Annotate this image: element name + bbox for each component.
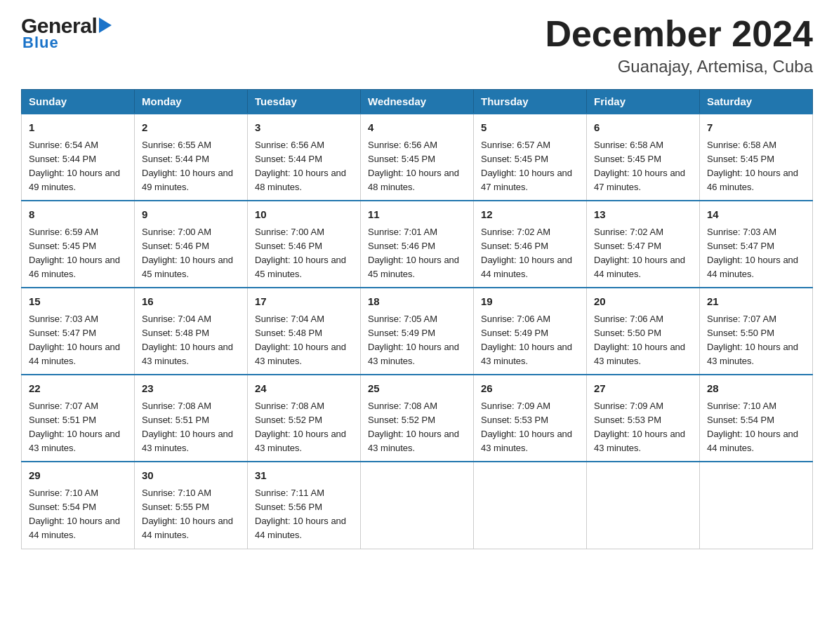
day-header-monday: Monday [135,90,248,114]
calendar-week-row: 8 Sunrise: 6:59 AMSunset: 5:45 PMDayligh… [22,201,813,288]
calendar-day-cell: 30 Sunrise: 7:10 AMSunset: 5:55 PMDaylig… [135,462,248,549]
day-info: Sunrise: 7:02 AMSunset: 5:47 PMDaylight:… [594,227,685,279]
day-info: Sunrise: 7:06 AMSunset: 5:49 PMDaylight:… [481,314,572,366]
day-number: 21 [707,294,805,310]
day-number: 23 [142,381,240,397]
day-number: 6 [594,120,692,136]
day-number: 5 [481,120,579,136]
calendar-day-cell: 6 Sunrise: 6:58 AMSunset: 5:45 PMDayligh… [587,114,700,201]
calendar-day-cell: 25 Sunrise: 7:08 AMSunset: 5:52 PMDaylig… [361,375,474,462]
day-number: 22 [29,381,127,397]
day-info: Sunrise: 7:10 AMSunset: 5:55 PMDaylight:… [142,488,233,540]
calendar-day-cell: 15 Sunrise: 7:03 AMSunset: 5:47 PMDaylig… [22,288,135,375]
day-number: 20 [594,294,692,310]
calendar-day-cell: 29 Sunrise: 7:10 AMSunset: 5:54 PMDaylig… [22,462,135,549]
day-number: 1 [29,120,127,136]
day-number: 7 [707,120,805,136]
calendar-header: SundayMondayTuesdayWednesdayThursdayFrid… [22,90,813,114]
day-number: 27 [594,381,692,397]
calendar-day-cell: 24 Sunrise: 7:08 AMSunset: 5:52 PMDaylig… [248,375,361,462]
calendar-day-cell: 18 Sunrise: 7:05 AMSunset: 5:49 PMDaylig… [361,288,474,375]
day-number: 12 [481,207,579,223]
day-info: Sunrise: 7:05 AMSunset: 5:49 PMDaylight:… [368,314,459,366]
calendar-week-row: 29 Sunrise: 7:10 AMSunset: 5:54 PMDaylig… [22,462,813,549]
calendar-day-cell: 26 Sunrise: 7:09 AMSunset: 5:53 PMDaylig… [474,375,587,462]
calendar-day-cell: 14 Sunrise: 7:03 AMSunset: 5:47 PMDaylig… [700,201,813,288]
day-number: 14 [707,207,805,223]
calendar-body: 1 Sunrise: 6:54 AMSunset: 5:44 PMDayligh… [22,114,813,549]
calendar-day-cell: 13 Sunrise: 7:02 AMSunset: 5:47 PMDaylig… [587,201,700,288]
logo-area: General Blue [21,14,112,52]
calendar-day-cell: 4 Sunrise: 6:56 AMSunset: 5:45 PMDayligh… [361,114,474,201]
day-info: Sunrise: 7:07 AMSunset: 5:51 PMDaylight:… [29,401,120,453]
calendar-week-row: 22 Sunrise: 7:07 AMSunset: 5:51 PMDaylig… [22,375,813,462]
day-info: Sunrise: 6:55 AMSunset: 5:44 PMDaylight:… [142,140,233,192]
calendar-day-cell: 22 Sunrise: 7:07 AMSunset: 5:51 PMDaylig… [22,375,135,462]
day-number: 2 [142,120,240,136]
day-info: Sunrise: 7:00 AMSunset: 5:46 PMDaylight:… [142,227,233,279]
calendar-day-cell [361,462,474,549]
day-header-thursday: Thursday [474,90,587,114]
page-header: General Blue December 2024 Guanajay, Art… [21,14,813,76]
day-info: Sunrise: 7:08 AMSunset: 5:52 PMDaylight:… [255,401,346,453]
day-info: Sunrise: 7:03 AMSunset: 5:47 PMDaylight:… [707,227,798,279]
day-info: Sunrise: 7:09 AMSunset: 5:53 PMDaylight:… [594,401,685,453]
day-number: 26 [481,381,579,397]
day-number: 3 [255,120,353,136]
calendar-day-cell: 28 Sunrise: 7:10 AMSunset: 5:54 PMDaylig… [700,375,813,462]
day-number: 4 [368,120,466,136]
day-info: Sunrise: 6:58 AMSunset: 5:45 PMDaylight:… [707,140,798,192]
calendar-day-cell: 3 Sunrise: 6:56 AMSunset: 5:44 PMDayligh… [248,114,361,201]
day-info: Sunrise: 7:01 AMSunset: 5:46 PMDaylight:… [368,227,459,279]
calendar-day-cell: 23 Sunrise: 7:08 AMSunset: 5:51 PMDaylig… [135,375,248,462]
calendar-day-cell: 9 Sunrise: 7:00 AMSunset: 5:46 PMDayligh… [135,201,248,288]
calendar-day-cell: 21 Sunrise: 7:07 AMSunset: 5:50 PMDaylig… [700,288,813,375]
day-number: 19 [481,294,579,310]
day-number: 29 [29,468,127,484]
day-number: 25 [368,381,466,397]
day-info: Sunrise: 6:56 AMSunset: 5:45 PMDaylight:… [368,140,459,192]
day-info: Sunrise: 7:04 AMSunset: 5:48 PMDaylight:… [255,314,346,366]
calendar-table: SundayMondayTuesdayWednesdayThursdayFrid… [21,89,813,549]
day-header-row: SundayMondayTuesdayWednesdayThursdayFrid… [22,90,813,114]
calendar-day-cell: 19 Sunrise: 7:06 AMSunset: 5:49 PMDaylig… [474,288,587,375]
day-number: 13 [594,207,692,223]
logo-arrow-icon [99,18,112,34]
calendar-day-cell: 10 Sunrise: 7:00 AMSunset: 5:46 PMDaylig… [248,201,361,288]
day-header-saturday: Saturday [700,90,813,114]
day-number: 8 [29,207,127,223]
logo-blue-text: Blue [22,34,59,52]
day-number: 15 [29,294,127,310]
day-info: Sunrise: 6:54 AMSunset: 5:44 PMDaylight:… [29,140,120,192]
calendar-day-cell: 16 Sunrise: 7:04 AMSunset: 5:48 PMDaylig… [135,288,248,375]
day-info: Sunrise: 7:10 AMSunset: 5:54 PMDaylight:… [29,488,120,540]
day-info: Sunrise: 7:03 AMSunset: 5:47 PMDaylight:… [29,314,120,366]
calendar-week-row: 15 Sunrise: 7:03 AMSunset: 5:47 PMDaylig… [22,288,813,375]
day-info: Sunrise: 7:11 AMSunset: 5:56 PMDaylight:… [255,488,346,540]
calendar-day-cell: 12 Sunrise: 7:02 AMSunset: 5:46 PMDaylig… [474,201,587,288]
day-number: 11 [368,207,466,223]
page-subtitle: Guanajay, Artemisa, Cuba [545,57,813,76]
calendar-day-cell: 17 Sunrise: 7:04 AMSunset: 5:48 PMDaylig… [248,288,361,375]
day-header-sunday: Sunday [22,90,135,114]
calendar-day-cell: 8 Sunrise: 6:59 AMSunset: 5:45 PMDayligh… [22,201,135,288]
day-info: Sunrise: 6:59 AMSunset: 5:45 PMDaylight:… [29,227,120,279]
calendar-day-cell: 1 Sunrise: 6:54 AMSunset: 5:44 PMDayligh… [22,114,135,201]
day-number: 10 [255,207,353,223]
day-info: Sunrise: 7:04 AMSunset: 5:48 PMDaylight:… [142,314,233,366]
svg-marker-0 [99,18,112,33]
day-info: Sunrise: 7:10 AMSunset: 5:54 PMDaylight:… [707,401,798,453]
day-number: 31 [255,468,353,484]
day-info: Sunrise: 7:00 AMSunset: 5:46 PMDaylight:… [255,227,346,279]
calendar-day-cell: 20 Sunrise: 7:06 AMSunset: 5:50 PMDaylig… [587,288,700,375]
day-info: Sunrise: 7:09 AMSunset: 5:53 PMDaylight:… [481,401,572,453]
calendar-day-cell [700,462,813,549]
day-number: 24 [255,381,353,397]
day-header-friday: Friday [587,90,700,114]
day-info: Sunrise: 7:02 AMSunset: 5:46 PMDaylight:… [481,227,572,279]
calendar-week-row: 1 Sunrise: 6:54 AMSunset: 5:44 PMDayligh… [22,114,813,201]
day-header-wednesday: Wednesday [361,90,474,114]
day-info: Sunrise: 7:08 AMSunset: 5:51 PMDaylight:… [142,401,233,453]
day-number: 30 [142,468,240,484]
day-info: Sunrise: 7:06 AMSunset: 5:50 PMDaylight:… [594,314,685,366]
